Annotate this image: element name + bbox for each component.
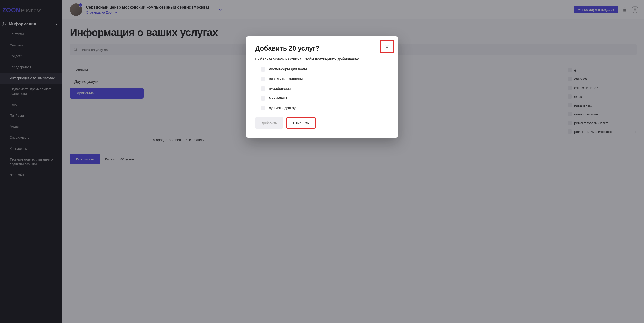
checkbox[interactable] [261,96,265,101]
checkbox[interactable] [261,67,265,72]
modal-cancel-button[interactable]: Отменить [286,117,316,129]
checkbox[interactable] [261,86,265,91]
checkbox[interactable] [261,106,265,110]
close-icon [384,44,390,49]
modal-overlay[interactable]: Добавить 20 услуг? Выберите услуги из сп… [0,0,644,323]
modal-actions: Добавить Отменить [255,117,389,129]
modal-subtitle: Выберите услуги из списка, чтобы подтвер… [255,57,389,61]
modal-item[interactable]: вязальные машины [255,77,389,81]
modal-title: Добавить 20 услуг? [255,45,389,52]
close-button[interactable] [380,40,394,53]
checkbox[interactable] [261,77,265,81]
add-services-modal: Добавить 20 услуг? Выберите услуги из сп… [246,36,398,138]
modal-add-button[interactable]: Добавить [255,117,283,129]
modal-item[interactable]: сушилки для рук [255,106,389,110]
modal-item[interactable]: пурифайеры [255,86,389,91]
modal-item[interactable]: диспенсеры для воды [255,67,389,72]
modal-list: диспенсеры для воды вязальные машины пур… [255,67,389,110]
modal-item[interactable]: мини-печи [255,96,389,101]
